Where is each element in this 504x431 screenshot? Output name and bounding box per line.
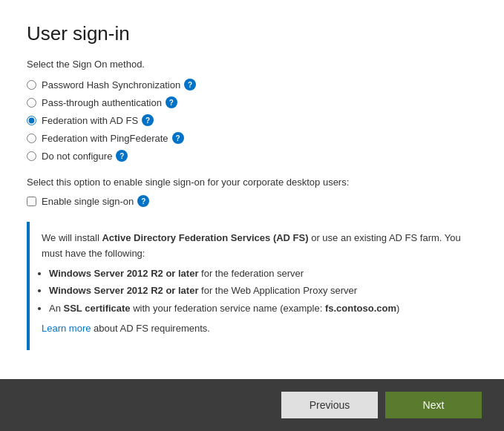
info-box-bullet-2: Windows Server 2012 R2 or later for the …	[49, 283, 465, 299]
radio-label-do-not-configure[interactable]: Do not configure	[42, 151, 112, 162]
radio-adfs[interactable]	[27, 116, 36, 125]
sso-checkbox-label[interactable]: Enable single sign-on	[42, 196, 134, 207]
sign-on-label: Select the Sign On method.	[27, 59, 477, 70]
page-title: User sign-in	[27, 22, 477, 45]
help-icon-password-hash[interactable]: ?	[184, 79, 196, 91]
previous-button[interactable]: Previous	[281, 392, 378, 418]
info-box-line1: We will install Active Directory Federat…	[42, 231, 465, 262]
info-box-bullet-3: An SSL certificate with your federation …	[49, 301, 465, 317]
radio-item-pingfederate: Federation with PingFederate ?	[27, 132, 477, 144]
radio-label-pingfederate[interactable]: Federation with PingFederate	[42, 133, 168, 144]
radio-passthrough[interactable]	[27, 98, 36, 108]
sign-on-radio-group: Password Hash Synchronization ? Pass-thr…	[27, 79, 477, 162]
help-icon-adfs[interactable]: ?	[142, 114, 154, 126]
sso-section-label: Select this option to enable single sign…	[27, 177, 477, 188]
radio-item-passthrough: Pass-through authentication ?	[27, 96, 477, 108]
sso-checkbox-item: Enable single sign-on ?	[27, 195, 477, 207]
help-icon-pingfederate[interactable]: ?	[172, 132, 184, 144]
radio-item-adfs: Federation with AD FS ?	[27, 114, 477, 126]
footer: Previous Next	[0, 379, 504, 431]
info-box: We will install Active Directory Federat…	[27, 222, 477, 350]
learn-more-link[interactable]: Learn more	[42, 323, 91, 334]
radio-label-password-hash[interactable]: Password Hash Synchronization	[42, 79, 180, 91]
next-button[interactable]: Next	[385, 392, 482, 418]
help-icon-sso[interactable]: ?	[137, 195, 149, 207]
radio-label-adfs[interactable]: Federation with AD FS	[42, 115, 138, 126]
info-box-learn-more: Learn more about AD FS requirements.	[42, 321, 465, 337]
help-icon-passthrough[interactable]: ?	[166, 96, 177, 108]
radio-item-password-hash: Password Hash Synchronization ?	[27, 79, 477, 91]
radio-do-not-configure[interactable]	[27, 151, 36, 161]
main-content: User sign-in Select the Sign On method. …	[0, 0, 504, 379]
info-box-bullet-1: Windows Server 2012 R2 or later for the …	[49, 266, 465, 282]
radio-item-do-not-configure: Do not configure ?	[27, 150, 477, 162]
info-box-list: Windows Server 2012 R2 or later for the …	[49, 266, 465, 317]
radio-label-passthrough[interactable]: Pass-through authentication	[42, 97, 162, 108]
radio-pingfederate[interactable]	[27, 134, 36, 143]
radio-password-hash[interactable]	[27, 80, 36, 90]
help-icon-do-not-configure[interactable]: ?	[116, 150, 128, 162]
sso-checkbox[interactable]	[27, 197, 36, 206]
